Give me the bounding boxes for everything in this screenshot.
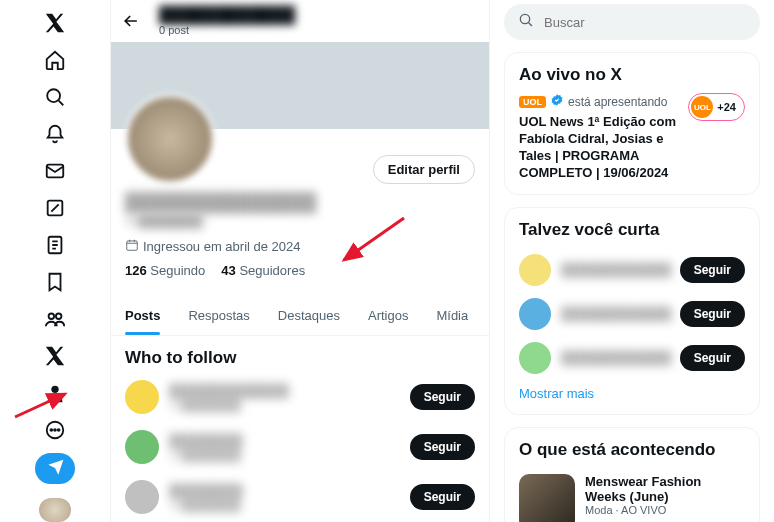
compose-button[interactable] xyxy=(35,453,75,484)
profile-avatar[interactable] xyxy=(125,94,215,184)
lists-icon[interactable] xyxy=(33,230,77,259)
tab-likes[interactable]: Curtidas xyxy=(482,296,490,335)
svg-point-6 xyxy=(51,386,58,393)
suggested-user[interactable]: ████████████ Seguir xyxy=(519,248,745,292)
profile-header: ████████████ 0 post xyxy=(111,0,489,42)
follow-button[interactable]: Seguir xyxy=(410,384,475,410)
svg-point-4 xyxy=(49,314,55,320)
calendar-icon xyxy=(125,238,139,255)
featured-trend[interactable]: Menswear Fashion Weeks (June) Moda · AO … xyxy=(519,468,745,522)
notifications-icon[interactable] xyxy=(33,119,77,148)
tab-posts[interactable]: Posts xyxy=(111,296,174,335)
svg-point-9 xyxy=(54,429,56,431)
live-viewers-pill[interactable]: UOL +24 xyxy=(688,93,745,121)
communities-icon[interactable] xyxy=(33,305,77,334)
suggested-user[interactable]: ████████████ Seguir xyxy=(519,292,745,336)
you-might-like-title: Talvez você curta xyxy=(519,220,745,240)
svg-point-8 xyxy=(50,429,52,431)
svg-point-5 xyxy=(56,314,61,320)
svg-rect-12 xyxy=(127,241,138,250)
premium-icon[interactable] xyxy=(33,342,77,371)
search-input[interactable] xyxy=(544,15,746,30)
live-viewers-count: +24 xyxy=(717,101,742,113)
suggested-avatar xyxy=(519,254,551,286)
suggested-avatar xyxy=(125,430,159,464)
follow-button[interactable]: Seguir xyxy=(410,434,475,460)
search-icon xyxy=(518,12,534,32)
suggested-avatar xyxy=(519,298,551,330)
show-more-link[interactable]: Mostrar mais xyxy=(519,386,594,401)
live-section-title: Ao vivo no X xyxy=(519,65,745,85)
user-handle: @███████ xyxy=(125,213,475,228)
trend-thumbnail xyxy=(519,474,575,522)
back-button[interactable] xyxy=(121,11,141,31)
bookmarks-icon[interactable] xyxy=(33,268,77,297)
trend-context: Moda · AO VIVO xyxy=(585,504,745,516)
suggested-avatar xyxy=(125,380,159,414)
verified-icon xyxy=(550,93,564,110)
tab-highlights[interactable]: Destaques xyxy=(264,296,354,335)
svg-point-10 xyxy=(58,429,60,431)
account-switcher[interactable] xyxy=(39,498,71,522)
you-might-like-card: Talvez você curta ████████████ Seguir ██… xyxy=(504,207,760,415)
profile-icon[interactable] xyxy=(33,379,77,408)
display-name: ███████████████ xyxy=(125,192,475,213)
trends-card: O que está acontecendo Menswear Fashion … xyxy=(504,427,760,522)
suggested-user[interactable]: ████████████ Seguir xyxy=(519,336,745,380)
grok-icon[interactable] xyxy=(33,193,77,222)
tab-articles[interactable]: Artigos xyxy=(354,296,422,335)
search-icon[interactable] xyxy=(33,82,77,111)
who-to-follow-item[interactable]: ████████@███████ Seguir xyxy=(111,422,489,472)
header-name: ████████████ xyxy=(159,6,295,24)
suggested-avatar xyxy=(519,342,551,374)
live-pill-logo: UOL xyxy=(691,96,713,118)
profile-tabs: Posts Respostas Destaques Artigos Mídia … xyxy=(111,296,489,336)
follow-button[interactable]: Seguir xyxy=(410,484,475,510)
who-to-follow-item[interactable]: ████████@███████ Seguir xyxy=(111,472,489,522)
publisher-status: está apresentando xyxy=(568,95,667,109)
trend-name: Menswear Fashion Weeks (June) xyxy=(585,474,745,504)
header-post-count: 0 post xyxy=(159,24,295,36)
sidebar-nav xyxy=(0,0,110,522)
main-column: ████████████ 0 post Editar perfil ██████… xyxy=(110,0,490,522)
trends-title: O que está acontecendo xyxy=(519,440,745,460)
svg-point-0 xyxy=(47,89,60,102)
tab-replies[interactable]: Respostas xyxy=(174,296,263,335)
follow-button[interactable]: Seguir xyxy=(680,257,745,283)
who-to-follow-title: Who to follow xyxy=(111,336,489,372)
x-logo-icon[interactable] xyxy=(33,8,77,37)
followers-link[interactable]: 43 Seguidores xyxy=(221,263,305,278)
following-link[interactable]: 126 Seguindo xyxy=(125,263,205,278)
who-to-follow-item[interactable]: █████████████@███████ Seguir xyxy=(111,372,489,422)
suggested-avatar xyxy=(125,480,159,514)
more-icon[interactable] xyxy=(33,416,77,445)
publisher-badge: UOL xyxy=(519,96,546,108)
edit-profile-button[interactable]: Editar perfil xyxy=(373,155,475,184)
svg-point-14 xyxy=(520,14,529,23)
follow-button[interactable]: Seguir xyxy=(680,301,745,327)
search-box[interactable] xyxy=(504,4,760,40)
tab-media[interactable]: Mídia xyxy=(422,296,482,335)
right-sidebar: Ao vivo no X UOL está apresentando UOL N… xyxy=(490,0,774,522)
home-icon[interactable] xyxy=(33,45,77,74)
live-on-x-card: Ao vivo no X UOL está apresentando UOL N… xyxy=(504,52,760,195)
live-broadcast-title[interactable]: UOL News 1ª Edição com Fabíola Cidral, J… xyxy=(519,114,688,182)
joined-date: Ingressou em abril de 2024 xyxy=(143,239,301,254)
messages-icon[interactable] xyxy=(33,156,77,185)
follow-button[interactable]: Seguir xyxy=(680,345,745,371)
